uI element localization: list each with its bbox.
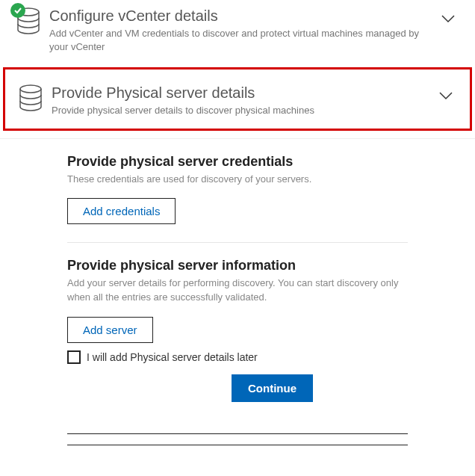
credentials-desc: These credentials are used for discovery…: [67, 173, 408, 187]
add-server-button[interactable]: Add server: [67, 317, 153, 343]
chevron-down-icon[interactable]: [432, 83, 459, 104]
chevron-down-icon[interactable]: [435, 6, 462, 27]
section-title: Provide Physical server details: [52, 83, 432, 102]
section-desc: Add vCenter and VM credentials to discov…: [49, 27, 435, 54]
highlighted-section: Provide Physical server details Provide …: [3, 67, 472, 130]
info-title: Provide physical server information: [67, 258, 408, 273]
database-icon: [16, 83, 52, 113]
database-icon-completed: [13, 6, 49, 36]
svg-point-1: [20, 85, 41, 93]
divider: [67, 433, 408, 434]
info-desc: Add your server details for performing d…: [67, 276, 408, 305]
section-physical[interactable]: Provide Physical server details Provide …: [5, 69, 470, 128]
section-desc: Provide physical server details to disco…: [52, 104, 432, 117]
credentials-block: Provide physical server credentials Thes…: [67, 154, 408, 225]
physical-detail-body: Provide physical server credentials Thes…: [0, 138, 475, 409]
continue-button[interactable]: Continue: [232, 374, 313, 402]
divider: [67, 445, 408, 445]
section-vcenter[interactable]: Configure vCenter details Add vCenter an…: [0, 0, 475, 63]
info-block: Provide physical server information Add …: [67, 258, 408, 343]
bottom-section-dividers: [0, 408, 475, 445]
add-credentials-button[interactable]: Add credentials: [67, 198, 176, 224]
later-checkbox[interactable]: [67, 350, 81, 364]
divider: [67, 242, 408, 243]
check-icon: [10, 3, 25, 18]
section-title: Configure vCenter details: [49, 6, 435, 25]
credentials-title: Provide physical server credentials: [67, 154, 408, 170]
later-checkbox-label: I will add Physical server details later: [87, 351, 258, 363]
